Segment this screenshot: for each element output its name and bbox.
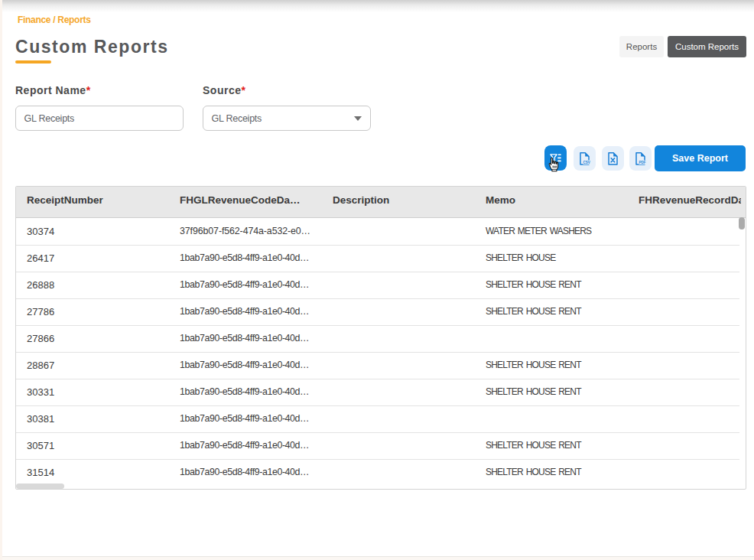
svg-text:PDF: PDF	[639, 160, 646, 164]
svg-text:CSV: CSV	[583, 160, 590, 164]
